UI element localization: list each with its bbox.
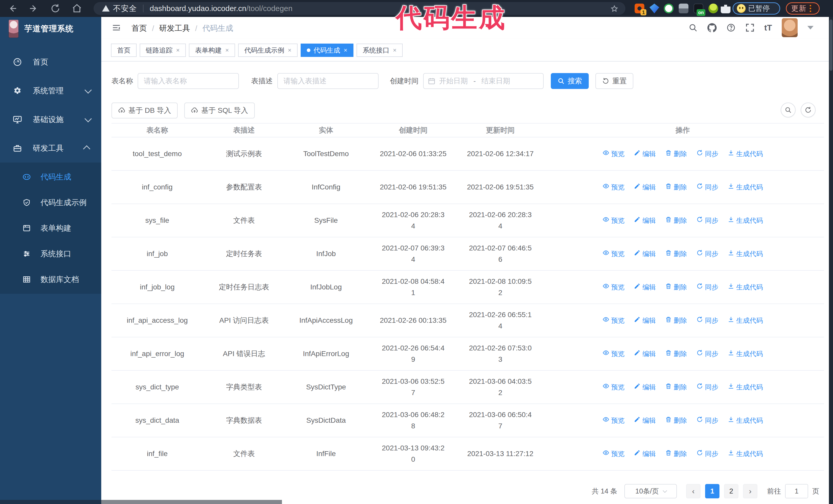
action-preview-link[interactable]: 预览 [602, 215, 625, 226]
reload-icon[interactable] [50, 3, 61, 14]
action-generate-link[interactable]: 生成代码 [728, 381, 763, 393]
action-generate-link[interactable]: 生成代码 [728, 248, 763, 259]
back-icon[interactable] [7, 3, 18, 14]
date-range-picker[interactable]: 开始日期 - 结束日期 [423, 73, 544, 89]
action-preview-link[interactable]: 预览 [602, 381, 625, 393]
help-icon[interactable] [727, 23, 736, 32]
extension-icon-5[interactable]: on [694, 4, 703, 13]
action-edit-link[interactable]: 编辑 [634, 315, 656, 326]
action-delete-link[interactable]: 删除 [665, 248, 687, 259]
action-generate-link[interactable]: 生成代码 [728, 415, 763, 426]
app-logo[interactable]: 芋道管理系统 [0, 17, 101, 41]
action-edit-link[interactable]: 编辑 [634, 348, 656, 359]
import-db-button[interactable]: 基于 DB 导入 [112, 102, 177, 118]
vertical-scrollbar[interactable] [829, 17, 833, 504]
action-sync-link[interactable]: 同步 [696, 348, 718, 359]
action-generate-link[interactable]: 生成代码 [728, 315, 763, 326]
horizontal-scrollbar[interactable] [0, 500, 282, 504]
action-sync-link[interactable]: 同步 [696, 282, 718, 293]
import-sql-button[interactable]: 基于 SQL 导入 [184, 102, 255, 118]
action-edit-link[interactable]: 编辑 [634, 215, 656, 226]
scrollbar-thumb[interactable] [829, 20, 832, 71]
reset-button[interactable]: 重置 [595, 73, 633, 89]
home-icon[interactable] [72, 3, 82, 14]
font-size-icon[interactable]: tT [764, 23, 772, 32]
close-icon[interactable]: × [393, 47, 397, 54]
github-icon[interactable] [708, 23, 717, 32]
sidebar-subitem[interactable]: 数据库文档 [0, 267, 101, 292]
extension-icon-7[interactable] [721, 4, 731, 13]
action-edit-link[interactable]: 编辑 [634, 282, 656, 293]
action-generate-link[interactable]: 生成代码 [728, 448, 763, 459]
action-preview-link[interactable]: 预览 [602, 248, 625, 259]
sidebar-subitem[interactable]: 代码生成示例 [0, 190, 101, 215]
action-sync-link[interactable]: 同步 [696, 215, 718, 226]
table-desc-input[interactable]: 请输入表描述 [277, 73, 379, 89]
action-generate-link[interactable]: 生成代码 [728, 348, 763, 359]
action-delete-link[interactable]: 删除 [665, 415, 687, 426]
extension-icon-2[interactable] [649, 4, 659, 13]
forward-icon[interactable] [29, 3, 39, 14]
extension-icon-1[interactable]: 1 [635, 4, 644, 13]
next-page-button[interactable]: › [743, 484, 757, 498]
action-edit-link[interactable]: 编辑 [634, 148, 656, 160]
action-preview-link[interactable]: 预览 [602, 415, 625, 426]
action-preview-link[interactable]: 预览 [602, 348, 625, 359]
prev-page-button[interactable]: ‹ [686, 484, 700, 498]
action-sync-link[interactable]: 同步 [696, 415, 718, 426]
action-generate-link[interactable]: 生成代码 [728, 148, 763, 160]
action-delete-link[interactable]: 删除 [665, 381, 687, 393]
breadcrumb-item[interactable]: 首页 [132, 23, 147, 33]
page-size-select[interactable]: 10条/页 [624, 484, 677, 498]
action-preview-link[interactable]: 预览 [602, 148, 625, 160]
action-sync-link[interactable]: 同步 [696, 248, 718, 259]
action-sync-link[interactable]: 同步 [696, 381, 718, 393]
close-icon[interactable]: × [225, 47, 229, 54]
extension-icon-3[interactable] [664, 4, 673, 13]
action-sync-link[interactable]: 同步 [696, 182, 718, 193]
action-generate-link[interactable]: 生成代码 [728, 215, 763, 226]
search-button[interactable]: 搜索 [551, 73, 589, 89]
toggle-search-button[interactable] [781, 102, 795, 117]
action-generate-link[interactable]: 生成代码 [728, 282, 763, 293]
tab-首页[interactable]: 首页 [111, 44, 137, 57]
action-sync-link[interactable]: 同步 [696, 315, 718, 326]
action-generate-link[interactable]: 生成代码 [728, 182, 763, 193]
sidebar-subitem[interactable]: 代码生成 [0, 164, 101, 190]
tab-代码生成[interactable]: 代码生成× [301, 44, 353, 57]
action-edit-link[interactable]: 编辑 [634, 415, 656, 426]
action-preview-link[interactable]: 预览 [602, 282, 625, 293]
tab-代码生成示例[interactable]: 代码生成示例× [238, 44, 298, 57]
breadcrumb-item[interactable]: 研发工具 [159, 23, 190, 33]
search-icon[interactable] [688, 23, 698, 32]
action-sync-link[interactable]: 同步 [696, 448, 718, 459]
action-preview-link[interactable]: 预览 [602, 182, 625, 193]
sidebar-item-system[interactable]: 系统管理 [0, 76, 101, 105]
action-delete-link[interactable]: 删除 [665, 182, 687, 193]
page-button-1[interactable]: 1 [705, 484, 719, 498]
action-delete-link[interactable]: 删除 [665, 448, 687, 459]
action-delete-link[interactable]: 删除 [665, 215, 687, 226]
action-sync-link[interactable]: 同步 [696, 148, 718, 160]
page-button-2[interactable]: 2 [724, 484, 738, 498]
sidebar-item-home[interactable]: 首页 [0, 48, 101, 76]
tab-系统接口[interactable]: 系统接口× [357, 44, 403, 57]
sidebar-item-devtools[interactable]: 研发工具 [0, 134, 101, 163]
extension-icon-6[interactable] [709, 4, 718, 13]
chrome-update-button[interactable]: 更新 [786, 2, 820, 15]
action-edit-link[interactable]: 编辑 [634, 248, 656, 259]
caret-down-icon[interactable] [807, 26, 813, 29]
action-delete-link[interactable]: 删除 [665, 315, 687, 326]
profile-paused-badge[interactable]: 已暂停 [733, 2, 780, 15]
action-delete-link[interactable]: 删除 [665, 282, 687, 293]
sidebar-subitem[interactable]: 系统接口 [0, 241, 101, 267]
sidebar-subitem[interactable]: 表单构建 [0, 215, 101, 241]
table-name-input[interactable]: 请输入表名称 [138, 73, 239, 89]
action-edit-link[interactable]: 编辑 [634, 381, 656, 393]
extension-icon-4[interactable] [679, 4, 688, 13]
chrome-menu-icon[interactable] [810, 5, 811, 12]
action-preview-link[interactable]: 预览 [602, 448, 625, 459]
goto-page-input[interactable]: 1 [785, 484, 808, 498]
action-preview-link[interactable]: 预览 [602, 315, 625, 326]
sidebar-item-infra[interactable]: 基础设施 [0, 105, 101, 134]
